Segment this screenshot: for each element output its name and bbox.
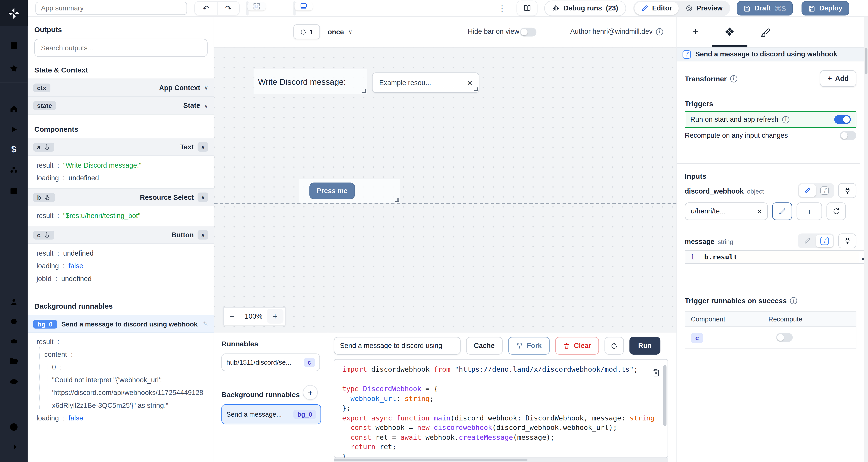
chevron-down-icon[interactable]: ∨	[204, 103, 208, 109]
copy-code-icon[interactable]	[652, 368, 660, 377]
key[interactable]: result	[37, 338, 54, 345]
info-icon[interactable]: i	[730, 75, 737, 82]
add-bg-runnable-button[interactable]: +	[303, 385, 318, 400]
chevron-down-icon[interactable]: ∨	[204, 85, 208, 91]
zoom-in-button[interactable]: +	[267, 308, 283, 324]
key[interactable]: result	[37, 161, 54, 169]
info-icon[interactable]: i	[782, 116, 789, 123]
press-me-button[interactable]: Press me	[309, 183, 355, 199]
component-a-row[interactable]: a Text∧	[28, 138, 214, 156]
info-icon[interactable]: i	[656, 28, 663, 35]
resource-value-box[interactable]: u/henri/te... ×	[685, 202, 768, 220]
code-content[interactable]: import discordwebhook from "https://deno…	[334, 360, 668, 458]
static-mode-pencil[interactable]	[799, 234, 816, 247]
add-resource-button[interactable]: +	[797, 202, 822, 220]
cache-button[interactable]: Cache	[466, 337, 502, 355]
key[interactable]: result	[37, 211, 54, 220]
run-on-start-toggle[interactable]	[834, 115, 851, 124]
collapse-button[interactable]: ∧	[198, 142, 208, 152]
resize-handle[interactable]	[395, 198, 398, 202]
home-icon[interactable]	[9, 104, 19, 114]
more-menu-kebab-icon[interactable]: ⋮	[497, 2, 507, 14]
recompute-row-toggle[interactable]	[776, 333, 793, 342]
fork-button[interactable]: Fork	[508, 337, 550, 355]
schedules-calendar-icon[interactable]	[9, 186, 19, 196]
collapse-arrow-icon[interactable]	[9, 442, 19, 452]
component-b-row[interactable]: b Resource Select∧	[28, 188, 214, 206]
key[interactable]: loading	[37, 414, 59, 422]
styling-brush-tab[interactable]	[759, 26, 771, 38]
refresh-resource-button[interactable]	[827, 202, 846, 220]
expression-value[interactable]: b.result	[700, 251, 868, 263]
collapse-button[interactable]: ∧	[198, 193, 208, 202]
windmill-logo-icon[interactable]	[0, 0, 28, 26]
favorites-star-icon[interactable]	[9, 64, 19, 74]
run-button[interactable]: Run	[629, 337, 660, 355]
debug-runs-button[interactable]: Debug runs (23)	[545, 1, 625, 16]
runnable-item-bg0-selected[interactable]: Send a message... bg_0	[221, 404, 321, 424]
undo-button[interactable]: ↶	[195, 2, 217, 15]
app-summary-input[interactable]	[35, 2, 187, 15]
zoom-out-button[interactable]: −	[224, 311, 240, 321]
components-settings-tab-active[interactable]: ❖	[723, 26, 736, 38]
refresh-button[interactable]	[604, 337, 624, 355]
resize-handle[interactable]	[474, 87, 477, 91]
code-editor[interactable]: import discordwebhook from "https://deno…	[334, 359, 668, 458]
add-transformer-button[interactable]: +Add	[820, 70, 856, 87]
runnable-name-input[interactable]	[334, 337, 461, 355]
folders-icon[interactable]	[9, 356, 19, 366]
docs-button[interactable]	[517, 1, 537, 16]
code-horizontal-scrollbar[interactable]	[334, 458, 668, 462]
redo-button[interactable]: ↷	[217, 2, 239, 15]
workers-robot-icon[interactable]	[9, 336, 19, 346]
settings-gear-icon[interactable]	[9, 317, 19, 327]
info-icon[interactable]: i	[790, 297, 797, 304]
insert-component-tab[interactable]: +	[689, 26, 702, 38]
app-canvas[interactable]: Write Discord message: Example resou... …	[214, 47, 677, 332]
connect-plug-button[interactable]	[838, 233, 856, 249]
resource-select-component[interactable]: Example resou... ×	[372, 72, 479, 93]
runnable-item-hub[interactable]: hub/1511/discord/se... c	[221, 354, 320, 371]
recompute-toggle[interactable]	[840, 131, 856, 140]
edit-resource-button[interactable]	[772, 202, 792, 220]
bg0-runnable-row[interactable]: bg_0 Send a message to discord using web…	[28, 315, 214, 333]
audit-eye-icon[interactable]	[9, 377, 19, 387]
connect-plug-button[interactable]	[838, 183, 856, 198]
tab-preview[interactable]: Preview	[679, 2, 729, 15]
tab-editor[interactable]: Editor	[634, 2, 679, 15]
ctx-row[interactable]: ctx App Context∨	[28, 78, 214, 97]
clear-button[interactable]: Clear	[555, 337, 599, 355]
key[interactable]: 0	[52, 363, 56, 371]
clear-selection-icon[interactable]: ×	[467, 78, 472, 87]
collapse-button[interactable]: ∧	[198, 230, 208, 239]
variables-dollar-icon[interactable]: $	[9, 145, 19, 155]
eval-mode-function[interactable]: f	[816, 234, 833, 247]
component-c-row[interactable]: c Button∧	[28, 226, 214, 244]
workspace-icon[interactable]	[9, 40, 19, 51]
page-scrollbar[interactable]	[864, 16, 868, 462]
key[interactable]: loading	[37, 174, 59, 182]
draft-button[interactable]: Draft ⌘S	[737, 1, 793, 16]
message-expression-editor[interactable]: 1 b.result	[685, 250, 868, 264]
search-outputs-input[interactable]	[34, 39, 208, 57]
runs-play-icon[interactable]	[9, 125, 19, 134]
static-mode-pencil[interactable]	[799, 184, 816, 197]
resources-cubes-icon[interactable]	[9, 165, 19, 175]
frequency-select[interactable]: once ∨	[328, 24, 352, 39]
eval-mode-function[interactable]: f	[816, 184, 833, 197]
fullscreen-toggle[interactable]	[248, 2, 266, 10]
state-row[interactable]: state State∨	[28, 97, 214, 115]
pencil-small-icon[interactable]: ✎	[203, 320, 208, 328]
component-badge[interactable]: c	[691, 333, 703, 343]
users-icon[interactable]	[9, 297, 19, 307]
key[interactable]: loading	[37, 262, 59, 270]
hide-bar-toggle[interactable]	[520, 28, 536, 37]
clear-resource-icon[interactable]: ×	[757, 207, 762, 216]
resize-handle[interactable]	[362, 89, 366, 93]
refresh-count-button[interactable]: 1	[293, 24, 320, 39]
code-vertical-scrollbar[interactable]	[663, 365, 667, 426]
deploy-button[interactable]: Deploy	[802, 1, 849, 16]
desktop-view-toggle[interactable]	[294, 2, 313, 10]
help-icon[interactable]	[9, 422, 19, 432]
key[interactable]: result	[37, 249, 54, 257]
